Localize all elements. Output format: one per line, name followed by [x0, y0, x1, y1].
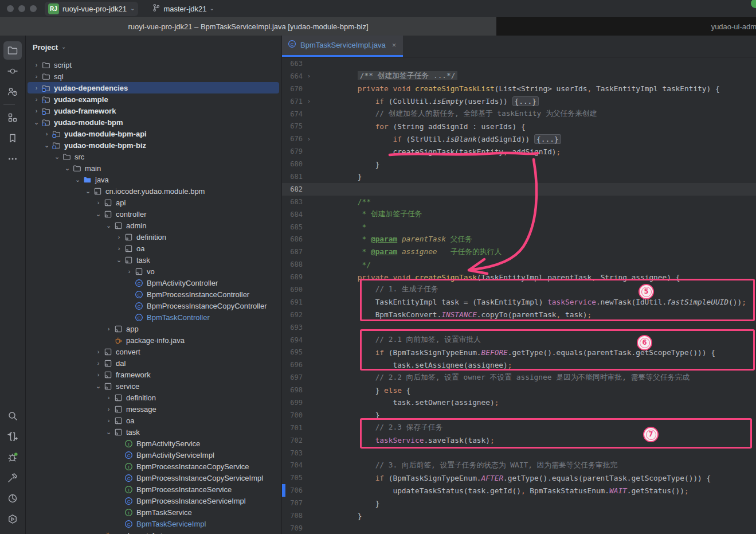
chevron-collapsed-icon[interactable]: › — [104, 394, 113, 401]
tree-item-yudao-dependencies[interactable]: ›yudao-dependencies — [26, 82, 281, 93]
fold-chevron-icon[interactable]: › — [303, 72, 315, 80]
toolwindow-profiler-icon[interactable] — [3, 489, 22, 508]
chevron-collapsed-icon[interactable]: › — [114, 233, 124, 240]
code-line-680[interactable]: 680 } — [282, 158, 756, 170]
chevron-collapsed-icon[interactable]: › — [93, 348, 103, 355]
chevron-collapsed-icon[interactable]: › — [114, 245, 124, 252]
tree-item-java[interactable]: ⌄java — [26, 174, 281, 185]
code-line-664[interactable]: 664› /** 创建加签子任务 ...*/ — [282, 70, 756, 83]
tree-item-bpmprocessinstanceserviceimpl[interactable]: CBpmProcessInstanceServiceImpl — [26, 495, 281, 506]
chevron-expanded-icon[interactable]: ⌄ — [83, 188, 93, 195]
code-line-685[interactable]: 685 * — [282, 221, 756, 233]
chevron-expanded-icon[interactable]: ⌄ — [42, 142, 52, 149]
code-line-694[interactable]: 694 // 2.1 向前加签, 设置审批人 — [282, 334, 756, 346]
code-line-699[interactable]: 699 task.setOwner(assignee); — [282, 396, 756, 409]
tree-item-yudao-module-bpm[interactable]: ⌄yudao-module-bpm — [26, 116, 281, 128]
code-line-684[interactable]: 684 * 创建加签子任务 — [282, 208, 756, 221]
code-line-703[interactable]: 703 — [282, 447, 756, 459]
tree-item-yudao-example[interactable]: ›yudao-example — [26, 93, 281, 105]
code-line-708[interactable]: 708 } — [282, 509, 756, 522]
chevron-collapsed-icon[interactable]: › — [32, 73, 41, 80]
code-line-681[interactable]: 681 } — [282, 170, 756, 183]
toolwindow-commit-icon[interactable] — [3, 62, 22, 80]
tree-item-yudao-module-bpm-api[interactable]: ›yudao-module-bpm-api — [26, 128, 281, 139]
tree-item-bpmtaskserviceimpl[interactable]: CBpmTaskServiceImpl — [26, 518, 281, 529]
tree-item-bpmactivityservice[interactable]: IBpmActivityService — [26, 438, 281, 449]
chevron-collapsed-icon[interactable]: › — [93, 199, 103, 206]
project-widget[interactable]: RJ ruoyi-vue-pro-jdk21 ⌄ — [45, 2, 138, 16]
background-window-title[interactable]: yudao-ui-admi — [496, 17, 756, 36]
tree-item-bpmprocessinstancecopycontroller[interactable]: CBpmProcessInstanceCopyController — [26, 300, 281, 311]
toolwindow-pull-requests-icon[interactable]: ? — [3, 83, 22, 101]
chevron-collapsed-icon[interactable]: › — [32, 96, 41, 103]
code-line-695[interactable]: 695 if (BpmTaskSignTypeEnum.BEFORE.getTy… — [282, 346, 756, 358]
code-line-670[interactable]: 670 private void createSignTaskList(List… — [282, 83, 756, 95]
code-line-679[interactable]: 679 createSignTask(taskEntity, addSignId… — [282, 145, 756, 158]
tree-item-bpmprocessinstancecontroller[interactable]: CBpmProcessInstanceController — [26, 289, 281, 300]
tree-item-bpmprocessinstancecopyservice[interactable]: IBpmProcessInstanceCopyService — [26, 461, 281, 472]
chevron-expanded-icon[interactable]: ⌄ — [73, 176, 83, 184]
chevron-expanded-icon[interactable]: ⌄ — [93, 383, 103, 390]
tree-item-sql[interactable]: ›sql — [26, 71, 281, 82]
tree-item-app[interactable]: ›app — [26, 323, 281, 334]
tree-item-vo[interactable]: ›vo — [26, 266, 281, 277]
code-line-674[interactable]: 674 // 创建加签人的新任务, 全部基于 taskEntity 为父任务来创… — [282, 108, 756, 120]
code-line-663[interactable]: 663 — [282, 57, 756, 70]
chevron-collapsed-icon[interactable]: › — [93, 360, 103, 367]
project-panel-header[interactable]: Project ⌄ — [26, 36, 281, 59]
fold-chevron-icon[interactable]: › — [303, 98, 315, 105]
tree-item-convert[interactable]: ›convert — [26, 346, 281, 357]
tree-item-controller[interactable]: ⌄controller — [26, 208, 281, 220]
code-line-688[interactable]: 688 */ — [282, 258, 756, 271]
chevron-expanded-icon[interactable]: ⌄ — [62, 165, 72, 172]
tree-item-bpmprocessinstanceservice[interactable]: IBpmProcessInstanceService — [26, 484, 281, 495]
close-window-icon[interactable] — [7, 5, 14, 12]
tree-item-service[interactable]: ⌄service — [26, 380, 281, 392]
tree-item-oa[interactable]: ›oa — [26, 415, 281, 426]
code-line-682[interactable]: 682 — [282, 183, 756, 196]
tree-item-yudao-module-bpm-biz[interactable]: ⌄yudao-module-bpm-biz — [26, 139, 281, 151]
tree-item-api[interactable]: ›api — [26, 197, 281, 208]
code-line-692[interactable]: 692 BpmTaskConvert.INSTANCE.copyTo(paren… — [282, 309, 756, 321]
toolwindow-more-tool-windows-icon[interactable] — [3, 150, 22, 168]
tree-item-script[interactable]: ›script — [26, 59, 281, 71]
toolwindow-debug-icon[interactable] — [3, 448, 22, 466]
tree-item-message[interactable]: ›message — [26, 403, 281, 415]
tree-item-admin[interactable]: ⌄admin — [26, 220, 281, 231]
tree-item-bpmtaskservice[interactable]: IBpmTaskService — [26, 506, 281, 518]
toolwindow-run-icon[interactable] — [3, 427, 22, 446]
branch-widget[interactable]: master-jdk21 ⌄ — [148, 2, 218, 16]
code-line-671[interactable]: 671› if (CollUtil.isEmpty(userIds)) {...… — [282, 95, 756, 108]
tree-item-package-info-java[interactable]: package-info.java — [26, 529, 281, 534]
chevron-collapsed-icon[interactable]: › — [32, 84, 41, 91]
toolwindow-services-icon[interactable] — [3, 510, 22, 528]
code-line-696[interactable]: 696 task.setAssignee(assignee); — [282, 358, 756, 371]
tree-item-src[interactable]: ⌄src — [26, 151, 281, 162]
tree-item-main[interactable]: ⌄main — [26, 162, 281, 174]
close-tab-icon[interactable]: × — [392, 41, 397, 49]
code-line-702[interactable]: 702 taskService.saveTask(task); — [282, 434, 756, 447]
code-line-704[interactable]: 704 // 3. 向后前签, 设置子任务的状态为 WAIT, 因为需要等父任务… — [282, 459, 756, 472]
tree-item-definition[interactable]: ›definition — [26, 392, 281, 403]
code-line-683[interactable]: 683 /** — [282, 196, 756, 208]
tree-item-bpmprocessinstancecopyserviceimpl[interactable]: CBpmProcessInstanceCopyServiceImpl — [26, 472, 281, 484]
code-line-693[interactable]: 693 — [282, 321, 756, 334]
tree-item-dal[interactable]: ›dal — [26, 357, 281, 369]
toolwindow-build-icon[interactable] — [3, 469, 22, 487]
code-editor[interactable]: 663664› /** 创建加签子任务 ...*/670 private voi… — [282, 57, 756, 534]
chevron-collapsed-icon[interactable]: › — [124, 268, 134, 275]
code-line-698[interactable]: 698 } else { — [282, 384, 756, 396]
code-line-706[interactable]: 706 updateTaskStatus(task.getId(), BpmTa… — [282, 484, 756, 497]
tree-item-bpmactivityserviceimpl[interactable]: CBpmActivityServiceImpl — [26, 449, 281, 461]
chevron-collapsed-icon[interactable]: › — [104, 417, 113, 424]
minimize-window-icon[interactable] — [18, 5, 25, 12]
toolwindow-structure-icon[interactable] — [3, 108, 22, 127]
code-line-687[interactable]: 687 * @param assignee 子任务的执行人 — [282, 245, 756, 258]
tree-item-yudao-framework[interactable]: ›yudao-framework — [26, 105, 281, 116]
code-line-701[interactable]: 701 // 2.3 保存子任务 — [282, 422, 756, 434]
code-line-705[interactable]: 705 if (BpmTaskSignTypeEnum.AFTER.getTyp… — [282, 471, 756, 484]
code-line-676[interactable]: 676› if (StrUtil.isBlank(addSignId)) {..… — [282, 132, 756, 145]
tree-item-task[interactable]: ⌄task — [26, 254, 281, 266]
chevron-collapsed-icon[interactable]: › — [42, 130, 52, 137]
chevron-expanded-icon[interactable]: ⌄ — [104, 222, 113, 229]
